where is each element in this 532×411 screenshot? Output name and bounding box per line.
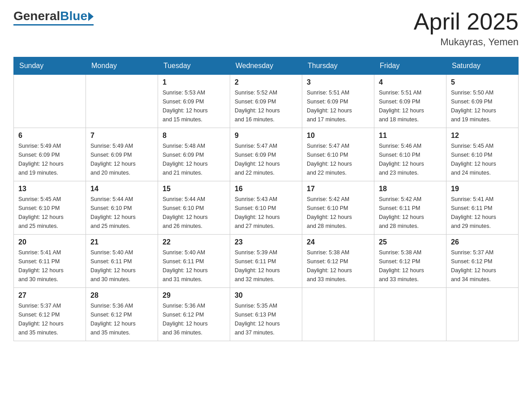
calendar-cell: 17Sunrise: 5:42 AM Sunset: 6:10 PM Dayli… bbox=[302, 181, 374, 235]
day-number: 4 bbox=[379, 78, 442, 86]
day-info: Sunrise: 5:44 AM Sunset: 6:10 PM Dayligh… bbox=[163, 195, 225, 231]
calendar-cell: 23Sunrise: 5:39 AM Sunset: 6:11 PM Dayli… bbox=[230, 235, 302, 288]
day-number: 14 bbox=[90, 185, 153, 193]
calendar-cell: 16Sunrise: 5:43 AM Sunset: 6:10 PM Dayli… bbox=[230, 181, 302, 235]
day-info: Sunrise: 5:47 AM Sunset: 6:10 PM Dayligh… bbox=[307, 141, 369, 177]
logo: General Blue bbox=[13, 9, 94, 26]
day-number: 23 bbox=[235, 238, 297, 246]
day-number: 5 bbox=[451, 78, 514, 86]
weekday-header-sunday: Sunday bbox=[14, 57, 86, 75]
week-row-3: 13Sunrise: 5:45 AM Sunset: 6:10 PM Dayli… bbox=[14, 181, 519, 235]
day-info: Sunrise: 5:45 AM Sunset: 6:10 PM Dayligh… bbox=[451, 141, 514, 177]
month-title: April 2025 bbox=[414, 9, 519, 34]
week-row-4: 20Sunrise: 5:41 AM Sunset: 6:11 PM Dayli… bbox=[14, 235, 519, 288]
day-info: Sunrise: 5:39 AM Sunset: 6:11 PM Dayligh… bbox=[235, 248, 297, 284]
calendar-cell bbox=[446, 288, 519, 341]
day-number: 18 bbox=[379, 185, 442, 193]
page-header: General Blue April 2025 Mukayras, Yemen bbox=[13, 9, 519, 48]
day-info: Sunrise: 5:42 AM Sunset: 6:10 PM Dayligh… bbox=[307, 195, 369, 231]
calendar-table: SundayMondayTuesdayWednesdayThursdayFrid… bbox=[13, 57, 519, 341]
calendar-cell: 5Sunrise: 5:50 AM Sunset: 6:09 PM Daylig… bbox=[446, 75, 519, 128]
week-row-1: 1Sunrise: 5:53 AM Sunset: 6:09 PM Daylig… bbox=[14, 75, 519, 128]
day-info: Sunrise: 5:37 AM Sunset: 6:12 PM Dayligh… bbox=[18, 301, 81, 337]
calendar-cell: 8Sunrise: 5:48 AM Sunset: 6:09 PM Daylig… bbox=[158, 128, 230, 181]
day-number: 24 bbox=[307, 238, 369, 246]
day-info: Sunrise: 5:38 AM Sunset: 6:12 PM Dayligh… bbox=[379, 248, 442, 284]
calendar-cell: 24Sunrise: 5:38 AM Sunset: 6:12 PM Dayli… bbox=[302, 235, 374, 288]
day-number: 22 bbox=[163, 238, 225, 246]
day-info: Sunrise: 5:46 AM Sunset: 6:10 PM Dayligh… bbox=[379, 141, 442, 177]
calendar-cell: 13Sunrise: 5:45 AM Sunset: 6:10 PM Dayli… bbox=[14, 181, 86, 235]
weekday-header-wednesday: Wednesday bbox=[230, 57, 302, 75]
day-info: Sunrise: 5:48 AM Sunset: 6:09 PM Dayligh… bbox=[163, 141, 225, 177]
day-number: 13 bbox=[18, 185, 81, 193]
calendar-cell bbox=[86, 75, 158, 128]
day-info: Sunrise: 5:51 AM Sunset: 6:09 PM Dayligh… bbox=[307, 88, 369, 124]
calendar-cell: 10Sunrise: 5:47 AM Sunset: 6:10 PM Dayli… bbox=[302, 128, 374, 181]
day-number: 10 bbox=[307, 132, 369, 140]
day-info: Sunrise: 5:44 AM Sunset: 6:10 PM Dayligh… bbox=[90, 195, 153, 231]
day-number: 25 bbox=[379, 238, 442, 246]
calendar-cell: 21Sunrise: 5:40 AM Sunset: 6:11 PM Dayli… bbox=[86, 235, 158, 288]
calendar-cell bbox=[302, 288, 374, 341]
day-info: Sunrise: 5:38 AM Sunset: 6:12 PM Dayligh… bbox=[307, 248, 369, 284]
weekday-header-thursday: Thursday bbox=[302, 57, 374, 75]
title-section: April 2025 Mukayras, Yemen bbox=[414, 9, 519, 48]
calendar-cell: 12Sunrise: 5:45 AM Sunset: 6:10 PM Dayli… bbox=[446, 128, 519, 181]
day-info: Sunrise: 5:52 AM Sunset: 6:09 PM Dayligh… bbox=[235, 88, 297, 124]
day-number: 29 bbox=[163, 291, 225, 300]
calendar-cell: 14Sunrise: 5:44 AM Sunset: 6:10 PM Dayli… bbox=[86, 181, 158, 235]
day-info: Sunrise: 5:43 AM Sunset: 6:10 PM Dayligh… bbox=[235, 195, 297, 231]
location: Mukayras, Yemen bbox=[414, 36, 519, 48]
day-info: Sunrise: 5:41 AM Sunset: 6:11 PM Dayligh… bbox=[451, 195, 514, 231]
calendar-cell: 30Sunrise: 5:35 AM Sunset: 6:13 PM Dayli… bbox=[230, 288, 302, 341]
calendar-cell bbox=[14, 75, 86, 128]
calendar-cell: 3Sunrise: 5:51 AM Sunset: 6:09 PM Daylig… bbox=[302, 75, 374, 128]
calendar-cell: 28Sunrise: 5:36 AM Sunset: 6:12 PM Dayli… bbox=[86, 288, 158, 341]
day-info: Sunrise: 5:40 AM Sunset: 6:11 PM Dayligh… bbox=[163, 248, 225, 284]
weekday-header-monday: Monday bbox=[86, 57, 158, 75]
day-info: Sunrise: 5:36 AM Sunset: 6:12 PM Dayligh… bbox=[163, 301, 225, 337]
day-info: Sunrise: 5:49 AM Sunset: 6:09 PM Dayligh… bbox=[90, 141, 153, 177]
calendar-cell: 7Sunrise: 5:49 AM Sunset: 6:09 PM Daylig… bbox=[86, 128, 158, 181]
logo-general-text: General bbox=[13, 9, 60, 23]
calendar-cell: 18Sunrise: 5:42 AM Sunset: 6:11 PM Dayli… bbox=[374, 181, 446, 235]
day-info: Sunrise: 5:53 AM Sunset: 6:09 PM Dayligh… bbox=[163, 88, 225, 124]
day-info: Sunrise: 5:40 AM Sunset: 6:11 PM Dayligh… bbox=[90, 248, 153, 284]
calendar-cell: 11Sunrise: 5:46 AM Sunset: 6:10 PM Dayli… bbox=[374, 128, 446, 181]
logo-underline bbox=[13, 24, 94, 26]
day-info: Sunrise: 5:37 AM Sunset: 6:12 PM Dayligh… bbox=[451, 248, 514, 284]
day-number: 1 bbox=[163, 78, 225, 86]
day-number: 30 bbox=[235, 291, 297, 300]
calendar-cell: 6Sunrise: 5:49 AM Sunset: 6:09 PM Daylig… bbox=[14, 128, 86, 181]
day-number: 3 bbox=[307, 78, 369, 86]
calendar-cell bbox=[374, 288, 446, 341]
day-number: 26 bbox=[451, 238, 514, 246]
calendar-cell: 15Sunrise: 5:44 AM Sunset: 6:10 PM Dayli… bbox=[158, 181, 230, 235]
weekday-header-tuesday: Tuesday bbox=[158, 57, 230, 75]
weekday-header-saturday: Saturday bbox=[446, 57, 519, 75]
calendar-cell: 27Sunrise: 5:37 AM Sunset: 6:12 PM Dayli… bbox=[14, 288, 86, 341]
day-number: 19 bbox=[451, 185, 514, 193]
calendar-cell: 25Sunrise: 5:38 AM Sunset: 6:12 PM Dayli… bbox=[374, 235, 446, 288]
day-number: 20 bbox=[18, 238, 81, 246]
week-row-5: 27Sunrise: 5:37 AM Sunset: 6:12 PM Dayli… bbox=[14, 288, 519, 341]
day-number: 7 bbox=[90, 132, 153, 140]
day-number: 6 bbox=[18, 132, 81, 140]
calendar-cell: 4Sunrise: 5:51 AM Sunset: 6:09 PM Daylig… bbox=[374, 75, 446, 128]
weekday-header-friday: Friday bbox=[374, 57, 446, 75]
logo-arrow-icon bbox=[88, 12, 94, 21]
day-info: Sunrise: 5:47 AM Sunset: 6:09 PM Dayligh… bbox=[235, 141, 297, 177]
day-info: Sunrise: 5:49 AM Sunset: 6:09 PM Dayligh… bbox=[18, 141, 81, 177]
calendar-cell: 22Sunrise: 5:40 AM Sunset: 6:11 PM Dayli… bbox=[158, 235, 230, 288]
day-number: 8 bbox=[163, 132, 225, 140]
calendar-cell: 26Sunrise: 5:37 AM Sunset: 6:12 PM Dayli… bbox=[446, 235, 519, 288]
calendar-cell: 2Sunrise: 5:52 AM Sunset: 6:09 PM Daylig… bbox=[230, 75, 302, 128]
calendar-cell: 9Sunrise: 5:47 AM Sunset: 6:09 PM Daylig… bbox=[230, 128, 302, 181]
day-info: Sunrise: 5:36 AM Sunset: 6:12 PM Dayligh… bbox=[90, 301, 153, 337]
day-number: 27 bbox=[18, 291, 81, 300]
day-info: Sunrise: 5:35 AM Sunset: 6:13 PM Dayligh… bbox=[235, 301, 297, 337]
day-number: 2 bbox=[235, 78, 297, 86]
day-info: Sunrise: 5:42 AM Sunset: 6:11 PM Dayligh… bbox=[379, 195, 442, 231]
week-row-2: 6Sunrise: 5:49 AM Sunset: 6:09 PM Daylig… bbox=[14, 128, 519, 181]
